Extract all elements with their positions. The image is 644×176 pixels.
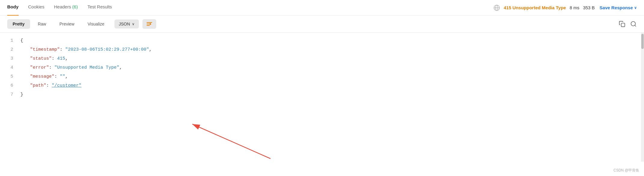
tabs-left: Body Cookies Headers (6) Test Results	[7, 0, 112, 16]
format-select[interactable]: JSON ∨	[114, 19, 139, 28]
visualize-button[interactable]: Visualize	[82, 19, 110, 29]
code-area: 1 2 3 4 5 6 7 { "timestamp" : "2023-08-0…	[0, 33, 644, 162]
search-button[interactable]	[630, 21, 637, 27]
svg-point-7	[631, 22, 636, 26]
wrap-button[interactable]	[142, 19, 156, 29]
code-line-6: "path" : "/customer"	[20, 81, 644, 90]
chevron-down-icon: ∨	[634, 6, 637, 10]
preview-button[interactable]: Preview	[54, 19, 80, 29]
svg-rect-6	[621, 23, 625, 27]
code-line-1: {	[20, 36, 644, 45]
code-line-7: }	[20, 90, 644, 99]
toolbar-right	[619, 21, 637, 27]
toolbar-left: Pretty Raw Preview Visualize JSON ∨	[7, 19, 156, 29]
raw-button[interactable]: Raw	[32, 19, 52, 29]
response-time: 8 ms	[569, 5, 579, 10]
code-line-3: "status" : 415 ,	[20, 54, 644, 63]
code-line-2: "timestamp" : "2023-08-06T15:02:29.277+0…	[20, 45, 644, 54]
copy-icon	[619, 21, 625, 27]
status-code: 415 Unsupported Media Type	[504, 5, 566, 10]
line-numbers: 1 2 3 4 5 6 7	[0, 36, 18, 158]
path-link[interactable]: "/customer"	[52, 81, 81, 90]
toolbar: Pretty Raw Preview Visualize JSON ∨	[0, 16, 644, 33]
save-response-button[interactable]: Save Response ∨	[600, 5, 637, 10]
code-line-5: "message" : "" ,	[20, 72, 644, 81]
tabs-bar: Body Cookies Headers (6) Test Results 41…	[0, 0, 644, 16]
tab-test-results[interactable]: Test Results	[87, 0, 112, 16]
tabs-right: 415 Unsupported Media Type 8 ms 353 B Sa…	[493, 4, 637, 11]
globe-icon	[493, 4, 500, 11]
tab-body[interactable]: Body	[7, 0, 19, 16]
svg-line-8	[635, 25, 636, 26]
pretty-button[interactable]: Pretty	[7, 19, 30, 29]
scrollbar-track[interactable]	[641, 33, 644, 162]
format-chevron-icon: ∨	[132, 22, 135, 26]
tab-headers[interactable]: Headers (6)	[54, 0, 78, 16]
search-icon	[630, 21, 637, 27]
status-info: 415 Unsupported Media Type 8 ms 353 B	[493, 4, 595, 11]
copy-button[interactable]	[619, 21, 625, 27]
response-size: 353 B	[583, 5, 595, 10]
tab-cookies[interactable]: Cookies	[28, 0, 44, 16]
code-content: { "timestamp" : "2023-08-06T15:02:29.277…	[18, 36, 644, 158]
wrap-icon	[146, 21, 153, 27]
scrollbar-thumb[interactable]	[641, 34, 644, 49]
code-line-4: "error" : "Unsupported Media Type" ,	[20, 63, 644, 72]
watermark: CSDN @甲骨鱼	[613, 168, 639, 173]
